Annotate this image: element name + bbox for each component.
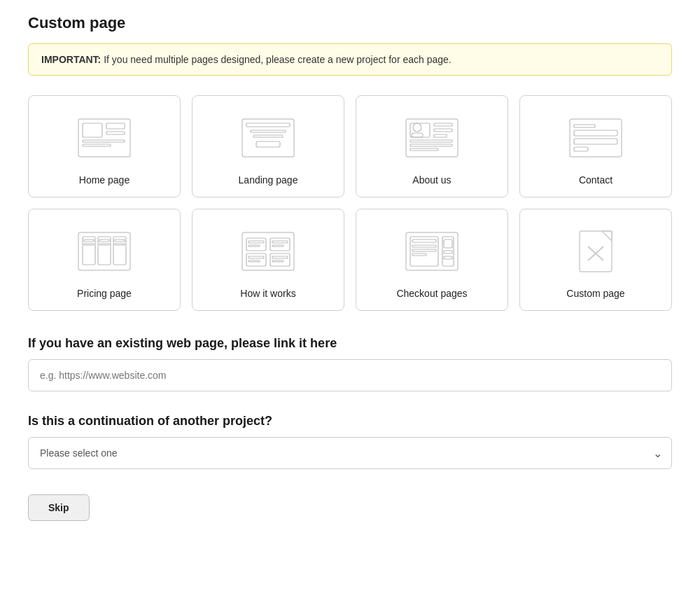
svg-rect-10: [256, 141, 280, 147]
svg-rect-53: [412, 239, 436, 242]
svg-rect-6: [242, 119, 294, 157]
svg-rect-15: [434, 134, 447, 137]
svg-rect-38: [246, 238, 266, 251]
svg-rect-29: [98, 237, 111, 265]
skip-button[interactable]: Skip: [28, 494, 90, 521]
svg-rect-4: [83, 140, 125, 142]
svg-rect-56: [412, 253, 426, 256]
svg-rect-13: [434, 123, 452, 126]
card-how-it-works[interactable]: How it works: [192, 209, 344, 311]
checkout-pages-icon-area: [365, 223, 499, 279]
card-home-page[interactable]: Home page: [28, 95, 181, 197]
svg-rect-55: [412, 249, 436, 251]
custom-page-label: Custom page: [566, 288, 624, 299]
svg-rect-57: [444, 239, 452, 248]
checkout-pages-label: Checkout pages: [396, 288, 467, 299]
home-page-icon-area: [37, 110, 172, 166]
svg-rect-20: [412, 133, 423, 137]
svg-rect-54: [412, 245, 436, 247]
svg-rect-36: [115, 244, 125, 245]
svg-rect-1: [83, 123, 102, 137]
landing-page-label: Landing page: [239, 174, 298, 186]
svg-rect-47: [248, 260, 260, 262]
svg-rect-7: [246, 123, 290, 127]
svg-rect-3: [106, 132, 125, 134]
svg-rect-45: [272, 245, 284, 246]
svg-rect-18: [410, 148, 438, 151]
card-checkout-pages[interactable]: Checkout pages: [356, 209, 508, 311]
card-about-us[interactable]: About us: [356, 95, 508, 197]
card-landing-page[interactable]: Landing page: [192, 95, 344, 197]
svg-rect-39: [270, 238, 290, 251]
page-type-grid: Home page Landing page: [28, 95, 672, 311]
svg-rect-46: [248, 256, 264, 258]
continuation-label: Is this a continuation of another projec…: [28, 414, 672, 429]
about-us-icon-area: [365, 110, 499, 166]
url-input[interactable]: [28, 359, 672, 391]
about-us-label: About us: [412, 174, 451, 186]
svg-rect-44: [272, 241, 288, 243]
svg-rect-31: [84, 239, 94, 242]
svg-rect-30: [113, 237, 126, 265]
contact-icon-area: [528, 110, 663, 166]
svg-rect-34: [84, 244, 94, 245]
svg-rect-22: [574, 125, 595, 127]
contact-label: Contact: [579, 174, 612, 186]
page-title: Custom page: [28, 14, 672, 32]
custom-page-icon-area: [528, 223, 663, 279]
alert-message: If you need multiple pages designed, ple…: [104, 54, 451, 65]
alert-banner: IMPORTANT: If you need multiple pages de…: [28, 43, 672, 76]
card-custom-page[interactable]: Custom page: [519, 209, 672, 311]
svg-rect-41: [270, 253, 290, 266]
continuation-select[interactable]: Please select oneYesNo: [28, 437, 672, 469]
landing-page-icon-area: [201, 110, 335, 166]
svg-rect-24: [574, 139, 617, 144]
svg-rect-28: [83, 237, 95, 265]
how-it-works-label: How it works: [240, 288, 295, 299]
card-contact[interactable]: Contact: [519, 95, 672, 197]
svg-rect-14: [434, 129, 452, 132]
url-section-label: If you have an existing web page, please…: [28, 336, 672, 351]
svg-rect-42: [248, 241, 264, 243]
svg-rect-9: [253, 135, 283, 137]
how-it-works-icon-area: [201, 223, 335, 279]
svg-rect-2: [106, 123, 125, 129]
svg-rect-0: [78, 119, 130, 157]
svg-rect-59: [444, 256, 452, 259]
svg-rect-49: [272, 260, 284, 262]
svg-rect-23: [574, 130, 617, 136]
svg-line-61: [602, 231, 612, 241]
svg-rect-8: [251, 130, 286, 132]
card-pricing-page[interactable]: Pricing page: [28, 209, 181, 311]
svg-rect-60: [580, 231, 612, 272]
svg-rect-25: [574, 147, 588, 151]
alert-prefix: IMPORTANT:: [41, 54, 101, 65]
svg-rect-48: [272, 256, 288, 258]
svg-rect-58: [444, 251, 452, 253]
svg-rect-35: [99, 244, 109, 245]
svg-rect-33: [115, 239, 125, 242]
svg-rect-32: [99, 239, 109, 242]
svg-rect-43: [248, 245, 260, 246]
home-page-label: Home page: [79, 174, 130, 186]
svg-point-19: [413, 123, 421, 132]
continuation-select-wrapper: Please select oneYesNo ⌄: [28, 437, 672, 469]
svg-rect-16: [410, 140, 452, 142]
pricing-page-icon-area: [37, 223, 172, 279]
svg-rect-17: [410, 144, 452, 146]
pricing-page-label: Pricing page: [77, 288, 132, 299]
svg-rect-40: [246, 253, 266, 266]
svg-rect-5: [83, 144, 111, 146]
